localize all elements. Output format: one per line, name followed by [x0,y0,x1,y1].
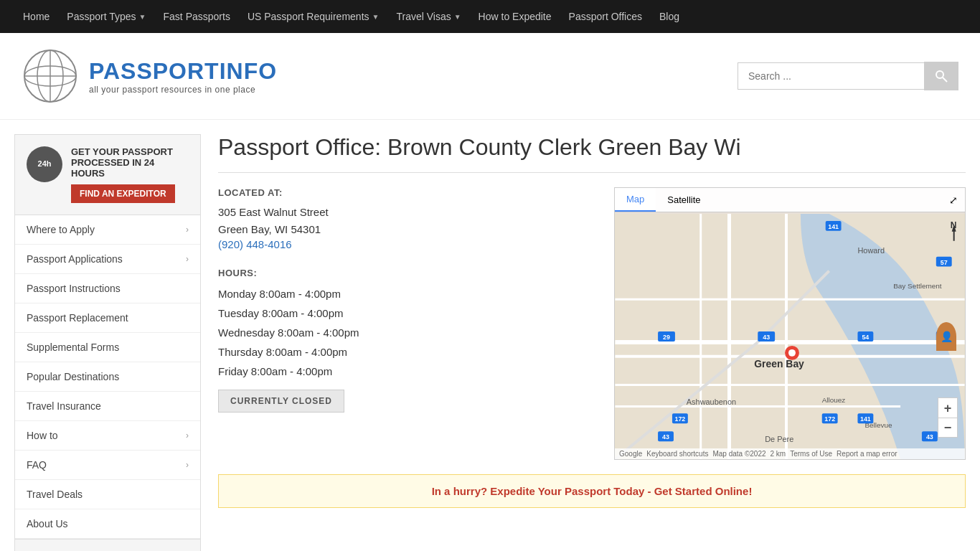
scale-label: 2 km [771,450,786,458]
sidebar-item-popular-destinations[interactable]: Popular Destinations [15,362,200,392]
map-container: Map Satellite ⤢ [614,187,966,460]
nav-passport-offices[interactable]: Passport Offices [560,0,651,33]
svg-text:57: 57 [941,259,948,266]
sidebar-item-passport-instructions[interactable]: Passport Instructions [15,274,200,303]
chevron-right-icon: › [186,430,189,441]
tagline: all your passport resources in one place [89,85,277,95]
address-line2: Green Bay, WI 54301 [218,221,597,238]
chevron-right-icon: › [186,254,189,264]
sidebar-item-about-us[interactable]: About Us [15,509,200,539]
svg-text:43: 43 [763,334,770,341]
page-title: Passport Office: Brown County Clerk Gree… [218,134,966,173]
svg-text:29: 29 [663,334,670,341]
map-zoom-controls: + − [938,397,958,438]
sidebar-bottom-promo: ✉ APPLY ONLINE FOR A NEW PASSPORT [14,540,201,551]
find-expeditor-button[interactable]: FIND AN EXPEDITOR [71,184,175,203]
sidebar-promo: 24h GET YOUR PASSPORT PROCESSED IN 24 HO… [14,134,201,215]
svg-point-24 [788,349,796,357]
search-area [738,62,958,90]
map-svg: 29 43 Green Bay Howard Bay Settlement [615,214,965,459]
svg-text:Howard: Howard [857,246,885,255]
sidebar-item-where-to-apply[interactable]: Where to Apply › [15,215,200,245]
sidebar-item-faq[interactable]: FAQ › [15,451,200,480]
keyboard-shortcuts: Keyboard shortcuts [646,450,708,458]
terms-of-use: Terms of Use [790,450,832,458]
site-header: PASSPORTINFO all your passport resources… [0,33,980,120]
nav-us-requirements[interactable]: US Passport Requirements ▼ [239,0,388,33]
promo-heading: GET YOUR PASSPORT PROCESSED IN 24 HOURS [71,146,189,179]
search-icon [935,70,948,83]
brand-name: PASSPORTINFO [89,58,277,85]
svg-text:141: 141 [860,415,871,423]
nav-home[interactable]: Home [14,0,58,33]
svg-text:43: 43 [926,433,933,441]
address-line1: 305 East Walnut Street [218,204,597,221]
sidebar-item-supplemental-forms[interactable]: Supplemental Forms [15,333,200,362]
promo-24h-icon: 24h [27,146,62,182]
svg-text:54: 54 [862,334,869,341]
map-tab-controls: Map Satellite ⤢ [615,188,965,212]
svg-line-6 [943,77,947,82]
chevron-right-icon: › [186,225,189,235]
nav-travel-visas[interactable]: Travel Visas ▼ [387,0,469,33]
globe-icon [22,47,79,105]
svg-text:141: 141 [828,223,839,230]
sidebar-nav: Where to Apply › Passport Applications ›… [14,215,201,540]
nav-fast-passports[interactable]: Fast Passports [155,0,239,33]
hours-thursday: Thursday 8:00am - 4:00pm [218,342,597,362]
svg-point-5 [936,71,943,78]
map-data: Map data ©2022 [712,450,765,458]
sidebar-item-passport-applications[interactable]: Passport Applications › [15,245,200,274]
status-badge: CURRENTLY CLOSED [218,390,344,413]
svg-text:Allouez: Allouez [822,396,846,404]
nav-blog[interactable]: Blog [651,0,688,33]
chevron-right-icon: › [186,460,189,470]
sidebar: 24h GET YOUR PASSPORT PROCESSED IN 24 HO… [14,134,201,551]
hours-wednesday: Wednesday 8:00am - 4:00pm [218,323,597,342]
map-body[interactable]: 29 43 Green Bay Howard Bay Settlement [615,214,965,459]
svg-text:43: 43 [662,433,669,441]
info-section: LOCATED AT: 305 East Walnut Street Green… [218,187,597,460]
promo-text: GET YOUR PASSPORT PROCESSED IN 24 HOURS … [71,146,189,203]
nav-passport-types[interactable]: Passport Types ▼ [58,0,154,33]
location-section: LOCATED AT: 305 East Walnut Street Green… [218,187,597,250]
hours-monday: Monday 8:00am - 4:00pm [218,284,597,303]
dropdown-arrow: ▼ [454,13,461,21]
promo-banner[interactable]: In a hurry? Expedite Your Passport Today… [218,474,966,508]
svg-text:De Pere: De Pere [765,435,793,443]
sidebar-item-passport-replacement[interactable]: Passport Replacement [15,303,200,333]
hours-tuesday: Tuesday 8:00am - 4:00pm [218,303,597,323]
svg-text:Ashwaubenon: Ashwaubenon [687,397,736,406]
sidebar-item-how-to[interactable]: How to › [15,421,200,451]
map-footer: Google Keyboard shortcuts Map data ©2022… [615,448,965,459]
dropdown-arrow: ▼ [139,13,146,21]
dropdown-arrow: ▼ [372,13,380,21]
main-content: Passport Office: Brown County Clerk Gree… [218,134,966,551]
report-map-error[interactable]: Report a map error [837,450,897,458]
svg-text:Bay Settlement: Bay Settlement [893,282,942,290]
svg-text:172: 172 [674,415,685,423]
nav-how-to-expedite[interactable]: How to Expedite [470,0,560,33]
map-tab-satellite[interactable]: Satellite [656,188,712,212]
svg-text:Green Bay: Green Bay [754,358,804,369]
zoom-in-button[interactable]: + [938,397,958,418]
search-button[interactable] [924,62,958,90]
content-row: LOCATED AT: 305 East Walnut Street Green… [218,187,966,460]
located-at-label: LOCATED AT: [218,187,597,198]
sidebar-item-travel-insurance[interactable]: Travel Insurance [15,392,200,421]
svg-text:172: 172 [824,415,835,423]
map-fullscreen-button[interactable]: ⤢ [942,188,965,212]
sidebar-item-travel-deals[interactable]: Travel Deals [15,480,200,509]
logo-area: PASSPORTINFO all your passport resources… [22,47,277,105]
zoom-out-button[interactable]: − [938,418,958,438]
search-input[interactable] [738,62,924,90]
hours-label: HOURS: [218,268,597,278]
logo-text: PASSPORTINFO all your passport resources… [89,58,277,95]
main-layout: 24h GET YOUR PASSPORT PROCESSED IN 24 HO… [0,120,980,551]
phone-link[interactable]: (920) 448-4016 [218,238,292,250]
hours-section: HOURS: Monday 8:00am - 4:00pm Tuesday 8:… [218,268,597,413]
map-tab-map[interactable]: Map [615,188,656,212]
street-view-person-icon[interactable]: 👤 [936,322,956,351]
hours-friday: Friday 8:00am - 4:00pm [218,362,597,381]
top-navigation: Home Passport Types ▼ Fast Passports US … [0,0,980,33]
